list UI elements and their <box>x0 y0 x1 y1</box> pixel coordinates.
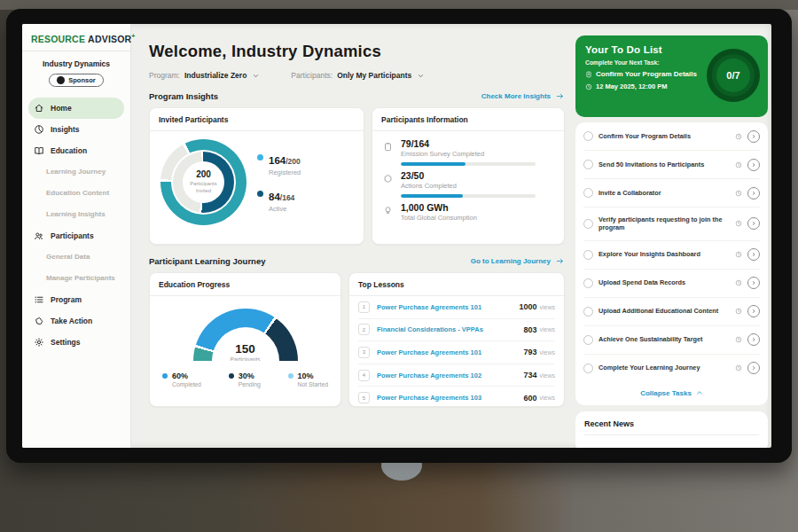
task-label: Verify participants requesting to join t… <box>598 215 730 233</box>
clock-icon <box>735 133 742 140</box>
chevron-right-icon <box>751 134 756 139</box>
insights-icon <box>34 124 44 135</box>
home-icon <box>34 103 44 113</box>
clock-icon <box>735 251 742 258</box>
task-checkbox[interactable] <box>583 219 593 229</box>
task-label: Upload Additional Educational Content <box>598 307 730 316</box>
program-insights-header: Program Insights Check More Insights <box>149 91 565 101</box>
check-more-insights-link[interactable]: Check More Insights <box>481 92 565 100</box>
sidebar-item-label: Home <box>51 104 72 113</box>
clock-icon <box>735 279 742 286</box>
task-checkbox[interactable] <box>583 307 593 317</box>
task-checkbox[interactable] <box>583 250 593 260</box>
donut-center-label: Participants Invited <box>183 181 224 194</box>
legend-item: 84/164 Active <box>257 188 301 213</box>
sidebar-item-label: Participants <box>51 231 94 240</box>
actions-icon <box>383 174 393 184</box>
task-checkbox[interactable] <box>583 364 593 373</box>
lesson-views-suffix: views <box>539 395 555 401</box>
filters-row: Program: Industrialize Zero Participants… <box>149 71 565 80</box>
insights-cards-row: Invited Participants 200 Participants In… <box>149 107 565 245</box>
lesson-title-link[interactable]: Power Purchase Agreements 101 <box>377 303 519 311</box>
clock-icon <box>735 190 742 197</box>
lesson-title-link[interactable]: Power Purchase Agreements 103 <box>377 394 523 402</box>
task-label: Send 50 Invitations to Participants <box>598 160 730 169</box>
arrow-right-icon <box>555 257 565 265</box>
task-label: Explore Your Insights Dashboard <box>598 250 730 259</box>
chevron-right-icon <box>751 280 756 286</box>
gauge-legend-dot <box>288 373 293 379</box>
sponsor-badge[interactable]: Sponsor <box>49 74 103 87</box>
invited-card-title: Invited Participants <box>150 108 364 131</box>
sidebar-item[interactable]: Settings <box>22 332 130 353</box>
todo-next-task: Confirm Your Program Details <box>596 70 697 78</box>
stat-label: Emission Survey Completed <box>401 150 536 158</box>
stat-label: Total Global Consumption <box>401 214 477 222</box>
learning-journey-header: Participant Learning Journey Go to Learn… <box>149 256 565 266</box>
chevron-right-icon <box>751 162 756 168</box>
gauge-center-label: Participants <box>193 356 298 361</box>
todo-tasks-list: Confirm Your Program Details Send 50 Inv… <box>583 122 760 382</box>
lesson-rank: 2 <box>358 324 370 335</box>
sidebar-item[interactable]: Education Content <box>22 183 130 204</box>
todo-task-row: Explore Your Insights Dashboard <box>583 241 760 270</box>
participants-icon <box>34 231 44 241</box>
sidebar-item[interactable]: Take Action <box>22 310 130 332</box>
task-open-button[interactable] <box>747 305 760 317</box>
lesson-rank: 1 <box>358 301 370 313</box>
sidebar-item[interactable]: Education <box>22 140 130 161</box>
sidebar-item[interactable]: Manage Participants <box>22 268 130 289</box>
survey-icon <box>383 142 393 152</box>
go-to-learning-journey-link[interactable]: Go to Learning Journey <box>471 257 565 265</box>
sidebar-item[interactable]: Learning Insights <box>22 204 130 225</box>
chevron-right-icon <box>751 191 756 196</box>
participants-filter[interactable]: Participants: Only My Participants <box>291 71 424 80</box>
lesson-views-suffix: views <box>539 326 555 332</box>
sidebar: RESOURCEADVISOR+ Industry Dynamics Spons… <box>22 24 131 448</box>
education-progress-card: Education Progress 150 Participants <box>149 272 341 407</box>
lesson-title-link[interactable]: Financial Considerations - VPPAs <box>377 325 523 333</box>
chevron-up-icon <box>696 389 703 396</box>
task-open-button[interactable] <box>747 333 760 346</box>
task-open-button[interactable] <box>747 217 760 230</box>
collapse-tasks-link[interactable]: Collapse Tasks <box>583 382 760 405</box>
task-checkbox[interactable] <box>583 278 593 288</box>
sidebar-item-label: Education Content <box>46 189 109 197</box>
lesson-views-suffix: views <box>539 372 555 379</box>
task-checkbox[interactable] <box>583 335 593 345</box>
chevron-down-icon <box>253 73 259 79</box>
sidebar-item[interactable]: General Data <box>22 246 130 268</box>
monitor-bezel: RESOURCEADVISOR+ Industry Dynamics Spons… <box>6 9 792 463</box>
sidebar-item-label: Insights <box>51 125 80 134</box>
dashboard-screen: RESOURCEADVISOR+ Industry Dynamics Spons… <box>22 24 771 448</box>
task-open-button[interactable] <box>747 159 760 171</box>
task-open-button[interactable] <box>747 277 760 289</box>
sidebar-item[interactable]: Home <box>28 98 124 119</box>
task-open-button[interactable] <box>747 187 760 200</box>
stat-value: 1,000 GWh <box>401 202 477 213</box>
task-open-button[interactable] <box>747 362 760 374</box>
top-lessons-card: Top Lessons 1 Power Purchase Agreements … <box>348 272 565 407</box>
go-to-learning-journey-label: Go to Learning Journey <box>471 257 551 265</box>
app-logo: RESOURCEADVISOR+ <box>22 24 130 51</box>
gauge-legend-dot <box>162 373 168 379</box>
task-open-button[interactable] <box>747 248 760 261</box>
program-insights-title: Program Insights <box>149 91 218 101</box>
lesson-views-suffix: views <box>539 304 555 310</box>
todo-task-row: Verify participants requesting to join t… <box>583 207 760 241</box>
lesson-title-link[interactable]: Power Purchase Agreements 102 <box>377 372 523 379</box>
lesson-title-link[interactable]: Power Purchase Agreements 101 <box>377 348 523 356</box>
task-open-button[interactable] <box>747 130 760 143</box>
sidebar-item[interactable]: Participants <box>22 225 130 246</box>
program-filter[interactable]: Program: Industrialize Zero <box>149 71 259 80</box>
task-checkbox[interactable] <box>583 131 593 141</box>
participants-filter-value: Only My Participants <box>337 71 411 80</box>
sidebar-item[interactable]: Insights <box>22 119 130 140</box>
lesson-rank: 3 <box>358 347 370 358</box>
sidebar-item[interactable]: Program <box>22 289 130 310</box>
clock-icon <box>735 364 742 372</box>
task-checkbox[interactable] <box>583 188 593 198</box>
task-checkbox[interactable] <box>583 160 593 169</box>
sidebar-item[interactable]: Learning Journey <box>22 161 130 183</box>
logo-advisor: ADVISOR <box>88 34 131 44</box>
